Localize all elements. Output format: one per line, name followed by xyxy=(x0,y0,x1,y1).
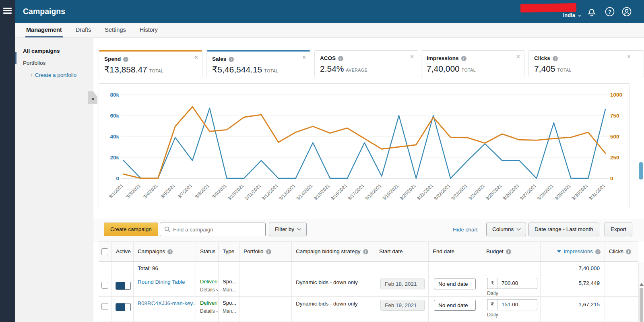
bell-icon[interactable] xyxy=(586,6,597,17)
info-icon[interactable] xyxy=(595,249,601,254)
info-icon[interactable] xyxy=(553,56,558,61)
table-scrollbar xyxy=(638,262,644,322)
metric-card-acos: ACOS 2.54%AVERAGE xyxy=(314,50,418,77)
svg-text:3/1/2021: 3/1/2021 xyxy=(108,183,124,199)
line-chart-canvas: 0020k25040k50060k75080k10003/1/20213/3/2… xyxy=(99,84,630,209)
svg-text:3/8/2021: 3/8/2021 xyxy=(194,183,210,199)
svg-text:3/17/2021: 3/17/2021 xyxy=(347,183,365,201)
currency-prefix: ₹ xyxy=(487,299,498,310)
details-label: Details xyxy=(200,308,215,314)
hide-chart-link[interactable]: Hide chart xyxy=(453,227,478,233)
help-icon[interactable]: ? xyxy=(605,7,615,17)
tab-drafts[interactable]: Drafts xyxy=(75,23,92,37)
header-portfolio[interactable]: Portfolio xyxy=(239,242,292,261)
header-type[interactable]: Type xyxy=(219,242,239,261)
info-icon[interactable] xyxy=(266,249,271,254)
budget-frequency: Daily xyxy=(487,291,498,296)
scroll-up-arrow-icon[interactable] xyxy=(640,283,644,286)
region-selector[interactable]: India xyxy=(550,12,575,18)
header-bidding-strategy[interactable]: Campaign bidding strategy xyxy=(292,242,375,261)
close-icon[interactable] xyxy=(516,54,520,60)
create-campaign-button[interactable]: Create campaign xyxy=(104,223,158,236)
info-icon[interactable] xyxy=(626,249,631,254)
svg-text:3/23/2021: 3/23/2021 xyxy=(450,183,469,201)
filter-by-button[interactable]: Filter by xyxy=(269,223,307,236)
info-icon[interactable] xyxy=(123,57,128,62)
columns-button[interactable]: Columns xyxy=(486,223,526,236)
header-active[interactable]: Active xyxy=(112,242,134,261)
sort-desc-icon xyxy=(557,250,561,253)
region-caret-icon[interactable] xyxy=(578,15,582,17)
header-start-date[interactable]: Start date xyxy=(375,242,429,261)
info-icon[interactable] xyxy=(363,249,368,254)
start-date-field[interactable]: Feb 18, 2021 xyxy=(380,279,425,289)
date-range-button[interactable]: Date range - Last month xyxy=(528,223,599,236)
svg-text:0: 0 xyxy=(610,175,613,182)
header-status[interactable]: Status xyxy=(196,242,219,261)
metric-label: Impressions xyxy=(427,55,459,61)
tab-management[interactable]: Management xyxy=(25,23,63,37)
metric-value: 7,405 xyxy=(534,64,555,73)
header-clicks[interactable]: Clicks xyxy=(605,242,638,261)
columns-label: Columns xyxy=(492,226,514,232)
close-icon[interactable] xyxy=(302,54,306,61)
page-title: Campaigns xyxy=(23,0,65,23)
metric-unit: AVERAGE xyxy=(346,68,368,72)
hamburger-menu-icon[interactable] xyxy=(3,8,12,14)
tab-settings[interactable]: Settings xyxy=(104,23,126,37)
budget-input[interactable]: ₹ 700.00 xyxy=(487,278,537,289)
info-icon[interactable] xyxy=(461,56,466,61)
close-icon[interactable] xyxy=(194,54,198,61)
start-date-field[interactable]: Feb 19, 2021 xyxy=(380,300,425,311)
info-icon[interactable] xyxy=(229,57,234,62)
clicks-cell xyxy=(605,297,638,322)
select-all-checkbox[interactable] xyxy=(101,248,108,255)
close-icon[interactable] xyxy=(627,54,631,60)
info-icon[interactable] xyxy=(338,56,343,61)
svg-text:3/6/2021: 3/6/2021 xyxy=(160,183,176,199)
svg-text:3/9/2021: 3/9/2021 xyxy=(211,183,227,199)
header-label: Campaign bidding strategy xyxy=(296,248,361,254)
header-end-date[interactable]: End date xyxy=(429,242,482,261)
row-checkbox[interactable] xyxy=(101,282,108,289)
svg-text:3/15/2021: 3/15/2021 xyxy=(313,183,331,201)
table-scrollbar-thumb[interactable] xyxy=(640,288,643,322)
budget-amount[interactable]: 700.00 xyxy=(498,278,537,289)
close-icon[interactable] xyxy=(410,54,414,60)
account-name-redacted[interactable] xyxy=(520,3,576,12)
top-header-bar: Campaigns India ? xyxy=(15,0,644,23)
metric-value: 7,40,000 xyxy=(427,64,460,73)
header-impressions-sorted[interactable]: Impressions xyxy=(541,242,605,261)
svg-text:3/30/2021: 3/30/2021 xyxy=(571,183,589,201)
header-campaigns[interactable]: Campaigns xyxy=(134,242,196,261)
budget-input[interactable]: ₹ 151.00 xyxy=(487,299,537,310)
active-toggle-on[interactable] xyxy=(116,282,131,290)
header-budget[interactable]: Budget xyxy=(482,242,541,261)
campaign-search[interactable] xyxy=(160,223,266,236)
campaign-name-link[interactable]: B08RC4XJJ6-man-key... xyxy=(134,297,196,306)
page-scrollbar-thumb[interactable] xyxy=(639,162,643,180)
search-input[interactable] xyxy=(173,223,264,235)
end-date-field[interactable]: No end date xyxy=(434,279,476,289)
details-expander[interactable]: Details xyxy=(196,285,218,293)
info-icon[interactable] xyxy=(506,249,511,254)
global-nav-strip xyxy=(0,0,15,322)
filter-by-label: Filter by xyxy=(275,226,294,232)
end-date-field[interactable]: No end date xyxy=(434,300,476,311)
create-portfolio-link[interactable]: + Create a portfolio xyxy=(15,69,93,81)
tab-history[interactable]: History xyxy=(139,23,159,37)
svg-text:3/25/2021: 3/25/2021 xyxy=(485,183,503,201)
sidebar-item-all-campaigns[interactable]: All campaigns xyxy=(15,45,93,57)
sidebar-item-portfolios[interactable]: Portfolios xyxy=(15,57,93,69)
row-checkbox[interactable] xyxy=(101,303,108,310)
active-toggle-on[interactable] xyxy=(116,303,131,311)
details-expander[interactable]: Details xyxy=(196,306,218,314)
export-button[interactable]: Export xyxy=(605,223,632,236)
budget-amount[interactable]: 151.00 xyxy=(498,299,537,310)
info-icon[interactable] xyxy=(167,249,173,254)
table-total-row: Total: 96 7,40,000 xyxy=(99,262,638,275)
campaign-name-link[interactable]: Round Dining Table xyxy=(134,275,196,285)
account-profile-icon[interactable] xyxy=(622,7,632,17)
svg-text:3/16/2021: 3/16/2021 xyxy=(330,183,348,201)
svg-text:3/28/2021: 3/28/2021 xyxy=(537,183,555,201)
